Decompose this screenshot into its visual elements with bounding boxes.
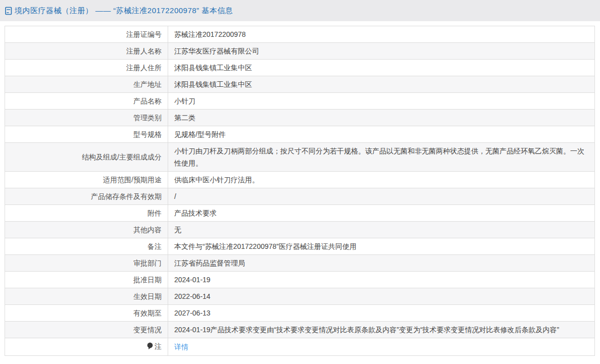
row-label: 管理类别 (5, 110, 168, 126)
row-value: 小针刀由刀杆及刀柄两部分组成；按尺寸不同分为若干规格。该产品以无菌和非无菌两种状… (168, 143, 595, 172)
row-label-text: 型号规格 (133, 130, 162, 138)
row-label-text: 注 (155, 342, 162, 350)
row-value: 沭阳县钱集镇工业集中区 (168, 76, 595, 93)
table-row: 有效期至2027-06-13 (5, 305, 595, 322)
row-value: 详情 (168, 338, 595, 356)
page-header: 境内医疗器械（注册） —— “苏械注准20172200978” 基本信息 (0, 0, 600, 21)
row-value: 供临床中医小针刀疗法用。 (168, 172, 595, 188)
row-value: 无 (168, 222, 595, 238)
row-label: 生产地址 (5, 76, 168, 93)
table-row: 其他内容无 (5, 222, 595, 238)
row-value: 苏械注准20172200978 (168, 26, 595, 43)
row-value: 产品技术要求 (168, 205, 595, 222)
table-row: 备注本文件与“苏械注准20172200978”医疗器械注册证共同使用 (5, 238, 595, 255)
table-row: 注详情 (5, 338, 595, 356)
row-label-text: 注册证编号 (126, 30, 162, 38)
row-label-text: 结构及组成/主要组成成分 (82, 153, 162, 161)
registration-info-table: 注册证编号苏械注准20172200978注册人名称江苏华友医疗器械有限公司注册人… (5, 26, 595, 356)
row-label: 适用范围/预期用途 (5, 172, 168, 188)
row-label-text: 注册人名称 (126, 47, 162, 55)
row-label-text: 批准日期 (133, 276, 162, 284)
row-label: 备注 (5, 238, 168, 255)
table-row: 批准日期2024-01-19 (5, 272, 595, 288)
note-bulb-icon (147, 341, 153, 353)
row-value: 沭阳县钱集镇工业集中区 (168, 60, 595, 76)
table-row: 适用范围/预期用途供临床中医小针刀疗法用。 (5, 172, 595, 188)
row-label-text: 其他内容 (133, 226, 162, 234)
row-label-text: 附件 (147, 209, 162, 217)
table-row: 注册人住所沭阳县钱集镇工业集中区 (5, 60, 595, 76)
page-title: 境内医疗器械（注册） —— “苏械注准20172200978” 基本信息 (15, 6, 233, 16)
row-label-text: 审批部门 (133, 259, 162, 267)
row-value: / (168, 188, 595, 205)
row-label-text: 注册人住所 (126, 64, 162, 72)
row-label-text: 生产地址 (133, 80, 162, 88)
row-label: 注册人名称 (5, 43, 168, 60)
row-value: 2024-01-19产品技术要求变更由“技术要求变更情况对比表原条款及内容”变更… (168, 322, 595, 338)
row-label: 批准日期 (5, 272, 168, 288)
row-label: 产品名称 (5, 93, 168, 110)
row-label: 生效日期 (5, 288, 168, 305)
row-value: 2027-06-13 (168, 305, 595, 322)
table-row: 结构及组成/主要组成成分小针刀由刀杆及刀柄两部分组成；按尺寸不同分为若干规格。该… (5, 143, 595, 172)
row-label: 其他内容 (5, 222, 168, 238)
row-label: 审批部门 (5, 255, 168, 272)
table-row: 生产地址沭阳县钱集镇工业集中区 (5, 76, 595, 93)
row-label: 附件 (5, 205, 168, 222)
row-label: 注 (5, 338, 168, 356)
row-label: 型号规格 (5, 126, 168, 143)
row-label-text: 产品名称 (133, 97, 162, 105)
row-label: 注册证编号 (5, 26, 168, 43)
details-link[interactable]: 详情 (174, 343, 188, 351)
row-value: 江苏华友医疗器械有限公司 (168, 43, 595, 60)
row-value: 本文件与“苏械注准20172200978”医疗器械注册证共同使用 (168, 238, 595, 255)
row-value: 2024-01-19 (168, 272, 595, 288)
row-value: 第二类 (168, 110, 595, 126)
row-value: 见规格/型号附件 (168, 126, 595, 143)
row-value: 江苏省药品监督管理局 (168, 255, 595, 272)
row-value: 2022-06-14 (168, 288, 595, 305)
row-label-text: 生效日期 (133, 292, 162, 300)
row-value: 小针刀 (168, 93, 595, 110)
table-row: 生效日期2022-06-14 (5, 288, 595, 305)
table-row: 变更情况2024-01-19产品技术要求变更由“技术要求变更情况对比表原条款及内… (5, 322, 595, 338)
row-label-text: 产品储存条件及有效期 (91, 192, 162, 200)
table-row: 附件产品技术要求 (5, 205, 595, 222)
table-row: 管理类别第二类 (5, 110, 595, 126)
row-label-text: 备注 (147, 242, 162, 250)
table-row: 产品名称小针刀 (5, 93, 595, 110)
row-label: 结构及组成/主要组成成分 (5, 143, 168, 172)
row-label-text: 变更情况 (133, 326, 162, 334)
row-label: 变更情况 (5, 322, 168, 338)
table-row: 审批部门江苏省药品监督管理局 (5, 255, 595, 272)
document-icon (5, 7, 12, 15)
row-label: 产品储存条件及有效期 (5, 188, 168, 205)
row-label: 注册人住所 (5, 60, 168, 76)
row-label-text: 管理类别 (133, 114, 162, 122)
row-label: 有效期至 (5, 305, 168, 322)
row-label-text: 适用范围/预期用途 (103, 176, 162, 184)
row-label-text: 有效期至 (133, 309, 162, 317)
table-row: 型号规格见规格/型号附件 (5, 126, 595, 143)
table-row: 注册证编号苏械注准20172200978 (5, 26, 595, 43)
table-row: 产品储存条件及有效期/ (5, 188, 595, 205)
table-row: 注册人名称江苏华友医疗器械有限公司 (5, 43, 595, 60)
